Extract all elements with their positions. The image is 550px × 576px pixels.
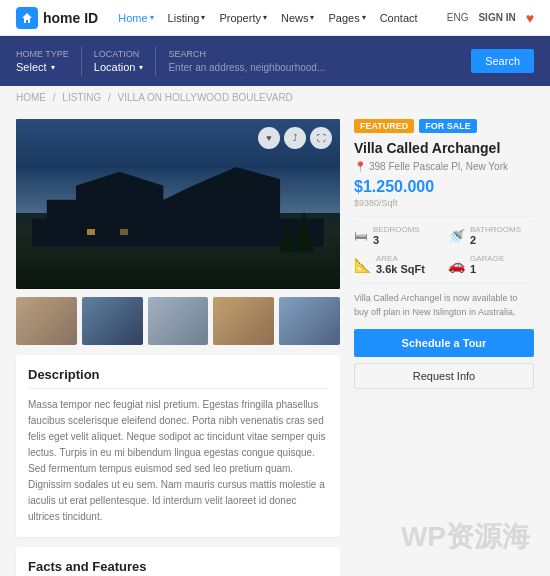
for-sale-badge: FOR SALE [419,119,477,133]
image-actions: ♥ ⤴ ⛶ [258,127,332,149]
bed-icon: 🛏 [354,228,368,244]
fullscreen-button[interactable]: ⛶ [310,127,332,149]
search-label: SEARCH [168,49,463,59]
property-title: Villa Called Archangel [354,139,534,157]
breadcrumb-home[interactable]: HOME [16,92,46,103]
nav-news[interactable]: News ▾ [281,12,315,24]
stat-bedrooms-info: Bedrooms 3 [373,225,420,246]
search-button[interactable]: Search [471,49,534,73]
language-selector[interactable]: ENG [447,12,469,23]
nav-home[interactable]: Home ▾ [118,12,153,24]
right-column: FEATURED FOR SALE Villa Called Archangel… [354,119,534,576]
stat-area-value: 3.6k SqFt [376,263,425,275]
property-description: Villa Called Archangel is now available … [354,292,534,319]
request-info-button[interactable]: Request Info [354,363,534,389]
facts-section: Facts and Features 🏠 TYPE Single Family … [16,547,340,576]
description-title: Description [28,367,328,389]
home-type-label: HOME TYPE [16,49,69,59]
property-price: $1.250.000 [354,178,534,196]
property-address: 📍 398 Felle Pascale Pl, New York [354,161,534,172]
stat-bedrooms: 🛏 Bedrooms 3 [354,225,440,246]
chevron-down-icon: ▾ [51,63,55,72]
sign-in-button[interactable]: SIGN IN [478,12,515,23]
search-input[interactable] [168,61,463,73]
location-label: LOCATION [94,49,144,59]
garage-icon: 🚗 [448,257,465,273]
search-input-group: SEARCH [168,49,463,73]
stat-bedrooms-label: Bedrooms [373,225,420,234]
header: home ID Home ▾ Listing ▾ Property ▾ News… [0,0,550,36]
area-icon: 📐 [354,257,371,273]
stat-bathrooms-label: Bathrooms [470,225,521,234]
location-select[interactable]: Location ▾ [94,61,144,73]
search-divider-2 [155,46,156,76]
stat-bathrooms: 🚿 Bathrooms 2 [448,225,534,246]
favorite-button[interactable]: ♥ [258,127,280,149]
stat-area-label: Area [376,254,425,263]
facts-title: Facts and Features [28,559,328,576]
stat-area-info: Area 3.6k SqFt [376,254,425,275]
property-price-sub: $9380/Sqft [354,198,534,208]
search-divider-1 [81,46,82,76]
thumb-2[interactable] [82,297,143,345]
thumbnails [16,297,340,345]
breadcrumb-sep-1: / [53,92,56,103]
main-content: ♥ ⤴ ⛶ Description Massa tempor nec feugi… [0,109,550,576]
stat-garage-value: 1 [470,263,504,275]
schedule-tour-button[interactable]: Schedule a Tour [354,329,534,357]
home-type-select[interactable]: Select ▾ [16,61,69,73]
property-stats: 🛏 Bedrooms 3 🚿 Bathrooms 2 📐 Area 3.6k S… [354,216,534,284]
stat-garage: 🚗 Garage 1 [448,254,534,275]
location-group: LOCATION Location ▾ [94,49,144,73]
featured-badge: FEATURED [354,119,414,133]
chevron-down-icon-2: ▾ [139,63,143,72]
nav-pages[interactable]: Pages ▾ [328,12,365,24]
stat-area: 📐 Area 3.6k SqFt [354,254,440,275]
breadcrumb-current: VILLA ON HOLLYWOOD BOULEVARD [118,92,293,103]
heart-icon[interactable]: ♥ [526,10,534,26]
logo[interactable]: home ID [16,7,98,29]
nav-listing[interactable]: Listing ▾ [168,12,206,24]
location-pin-icon: 📍 [354,161,366,172]
thumb-5[interactable] [279,297,340,345]
description-section: Description Massa tempor nec feugiat nis… [16,355,340,537]
home-type-group: HOME TYPE Select ▾ [16,49,69,73]
logo-icon [16,7,38,29]
stat-bathrooms-info: Bathrooms 2 [470,225,521,246]
logo-text: home ID [43,10,98,26]
nav-contact[interactable]: Contact [380,12,418,24]
badges: FEATURED FOR SALE [354,119,534,133]
breadcrumb: HOME / LISTING / VILLA ON HOLLYWOOD BOUL… [0,86,550,109]
share-button[interactable]: ⤴ [284,127,306,149]
thumb-3[interactable] [148,297,209,345]
left-column: ♥ ⤴ ⛶ Description Massa tempor nec feugi… [16,119,340,576]
property-image: ♥ ⤴ ⛶ [16,119,340,289]
stat-garage-info: Garage 1 [470,254,504,275]
nav-property[interactable]: Property ▾ [219,12,267,24]
thumb-1[interactable] [16,297,77,345]
stat-garage-label: Garage [470,254,504,263]
breadcrumb-sep-2: / [108,92,111,103]
bath-icon: 🚿 [448,228,465,244]
search-bar: HOME TYPE Select ▾ LOCATION Location ▾ S… [0,36,550,86]
stat-bathrooms-value: 2 [470,234,521,246]
description-text: Massa tempor nec feugiat nisl pretium. E… [28,397,328,525]
main-nav: Home ▾ Listing ▾ Property ▾ News ▾ Pages… [118,12,447,24]
breadcrumb-listing[interactable]: LISTING [62,92,101,103]
stat-bedrooms-value: 3 [373,234,420,246]
header-right: ENG SIGN IN ♥ [447,10,534,26]
thumb-4[interactable] [213,297,274,345]
